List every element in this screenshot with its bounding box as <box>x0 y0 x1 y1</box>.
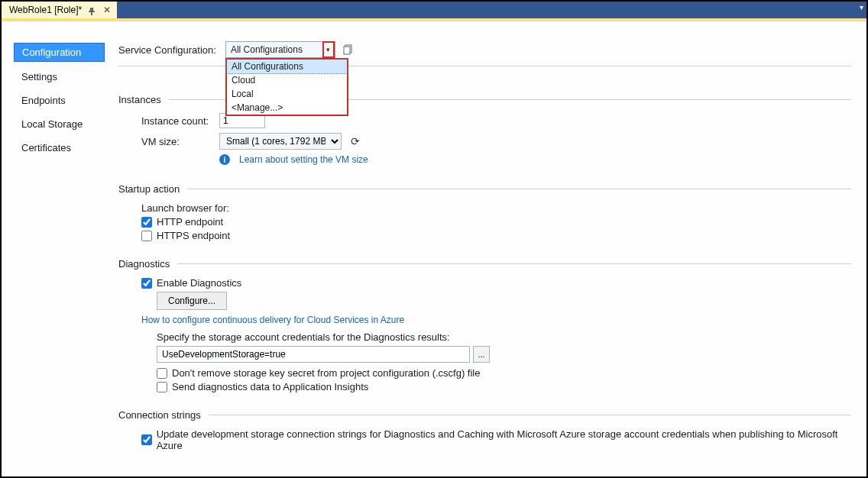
continuous-delivery-link[interactable]: How to configure continuous delivery for… <box>141 315 851 325</box>
service-config-dropdown-list: All Configurations Cloud Local <Manage..… <box>225 58 348 116</box>
section-connection-strings-title: Connection strings <box>118 409 201 421</box>
nav-item-label: Configuration <box>22 47 81 58</box>
service-config-option[interactable]: Local <box>227 87 347 101</box>
https-endpoint-label: HTTPS endpoint <box>157 230 230 241</box>
tabstrip-menu-icon[interactable]: ▾ <box>860 3 863 11</box>
diagnostics-connection-input[interactable] <box>157 346 470 363</box>
https-endpoint-checkbox[interactable]: HTTPS endpoint <box>141 230 851 241</box>
dont-remove-key-label: Don't remove storage key secret from pro… <box>172 367 480 379</box>
nav-item-label: Settings <box>21 71 57 82</box>
service-config-dropdown[interactable]: All Configurations ▾ All Configurations … <box>225 41 335 58</box>
section-startup-title: Startup action <box>118 183 180 195</box>
storage-credentials-label: Specify the storage account credentials … <box>157 331 851 343</box>
instance-count-label: Instance count: <box>141 115 215 127</box>
section-divider <box>177 263 851 264</box>
service-config-option[interactable]: All Configurations <box>227 60 347 73</box>
vm-size-select[interactable]: Small (1 cores, 1792 MB) <box>219 133 342 150</box>
copy-config-icon[interactable] <box>342 43 355 57</box>
settings-nav: Configuration Settings Endpoints Local S… <box>9 27 105 469</box>
update-connection-strings-checkbox[interactable]: Update development storage connection st… <box>141 428 851 451</box>
http-endpoint-checkbox-input[interactable] <box>141 217 152 228</box>
svg-rect-1 <box>344 47 350 54</box>
nav-item-label: Local Storage <box>21 118 83 130</box>
document-tab[interactable]: WebRole1 [Role]* ✕ <box>2 2 117 18</box>
service-config-label: Service Configuration: <box>118 44 216 56</box>
nav-item-local-storage[interactable]: Local Storage <box>14 115 105 133</box>
configure-diagnostics-button[interactable]: Configure... <box>157 292 227 310</box>
close-icon[interactable]: ✕ <box>103 5 111 15</box>
document-tab-title: WebRole1 [Role]* <box>9 5 82 15</box>
http-endpoint-checkbox[interactable]: HTTP endpoint <box>141 216 851 228</box>
vm-size-label: VM size: <box>141 136 215 147</box>
chevron-down-icon[interactable]: ▾ <box>322 41 335 58</box>
update-connection-strings-label: Update development storage connection st… <box>157 428 851 451</box>
http-endpoint-label: HTTP endpoint <box>157 216 223 228</box>
nav-item-configuration[interactable]: Configuration <box>14 43 105 62</box>
enable-diagnostics-checkbox[interactable]: Enable Diagnostics <box>141 277 851 289</box>
info-icon: i <box>219 154 230 165</box>
dont-remove-key-checkbox[interactable]: Don't remove storage key secret from pro… <box>157 367 851 379</box>
nav-item-endpoints[interactable]: Endpoints <box>14 92 105 109</box>
app-insights-checkbox-input[interactable] <box>157 382 167 392</box>
diagnostics-connection-browse-button[interactable]: ... <box>473 346 490 363</box>
enable-diagnostics-checkbox-input[interactable] <box>141 278 152 289</box>
nav-item-label: Certificates <box>21 142 71 153</box>
dont-remove-key-checkbox-input[interactable] <box>157 368 167 379</box>
service-config-option[interactable]: Cloud <box>227 73 347 87</box>
nav-item-settings[interactable]: Settings <box>14 68 105 86</box>
app-insights-label: Send diagnostics data to Application Ins… <box>172 381 368 392</box>
nav-item-label: Endpoints <box>21 95 66 106</box>
document-tab-strip: WebRole1 [Role]* ✕ ▾ <box>2 2 866 18</box>
section-divider <box>209 415 851 415</box>
refresh-icon[interactable]: ⟳ <box>351 135 360 147</box>
https-endpoint-checkbox-input[interactable] <box>141 231 152 241</box>
section-divider <box>187 189 851 189</box>
section-instances-title: Instances <box>118 94 161 105</box>
pin-icon[interactable] <box>88 5 97 15</box>
launch-browser-label: Launch browser for: <box>141 202 851 214</box>
enable-diagnostics-label: Enable Diagnostics <box>157 277 241 289</box>
vm-size-learn-link[interactable]: Learn about setting the VM size <box>239 154 368 165</box>
app-insights-checkbox[interactable]: Send diagnostics data to Application Ins… <box>157 381 851 392</box>
nav-item-certificates[interactable]: Certificates <box>14 139 105 157</box>
service-config-selected: All Configurations <box>231 44 303 55</box>
update-connection-strings-checkbox-input[interactable] <box>141 434 152 445</box>
service-config-option[interactable]: <Manage...> <box>227 101 347 115</box>
section-diagnostics-title: Diagnostics <box>118 258 170 270</box>
